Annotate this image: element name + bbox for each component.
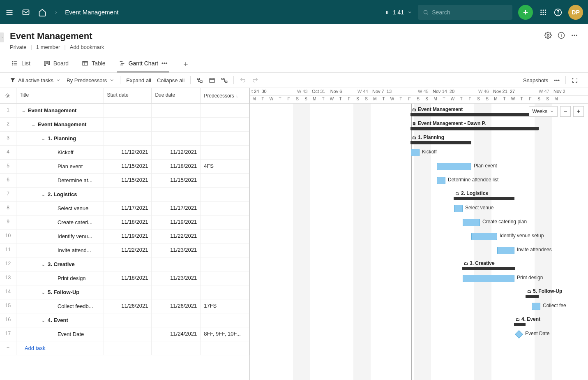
gantt-task-bar[interactable] bbox=[463, 219, 480, 226]
expand-sidebar-handle[interactable]: › bbox=[0, 32, 4, 42]
start-date-cell[interactable] bbox=[104, 285, 152, 299]
gantt-task-bar[interactable] bbox=[437, 177, 445, 184]
due-date-cell[interactable] bbox=[152, 118, 201, 131]
task-row[interactable]: 9Create cateri...11/18/202111/19/2021 bbox=[0, 215, 249, 229]
gantt-task-bar[interactable] bbox=[471, 233, 497, 240]
start-date-cell[interactable]: 11/17/2021 bbox=[104, 202, 152, 215]
predecessors-cell[interactable] bbox=[201, 104, 249, 117]
start-date-cell[interactable] bbox=[104, 313, 152, 327]
zoom-in-button[interactable]: + bbox=[573, 106, 584, 117]
filter-dropdown[interactable]: All active tasks bbox=[10, 77, 61, 83]
task-row[interactable]: 14⌄5. Follow-Up bbox=[0, 285, 249, 299]
info-icon[interactable] bbox=[558, 32, 565, 39]
col-pred[interactable]: Predecessors↓ bbox=[201, 88, 249, 103]
tab-list[interactable]: List bbox=[10, 56, 32, 72]
col-due[interactable]: Due date bbox=[152, 88, 201, 103]
task-row[interactable]: 3⌄1. Planning bbox=[0, 132, 249, 146]
gantt-summary-bar[interactable] bbox=[526, 295, 538, 298]
predecessors-cell[interactable] bbox=[201, 257, 249, 271]
start-date-cell[interactable] bbox=[104, 118, 152, 131]
grid-settings-icon[interactable] bbox=[0, 88, 16, 103]
task-title-cell[interactable]: ⌄2. Logistics bbox=[16, 188, 104, 201]
start-date-cell[interactable] bbox=[104, 188, 152, 201]
task-title-cell[interactable]: Determine at... bbox=[16, 174, 104, 187]
due-date-cell[interactable]: 11/23/2021 bbox=[152, 243, 201, 257]
tab-gantt[interactable]: Gantt Chart ••• bbox=[117, 56, 169, 72]
snapshots-button[interactable]: Snapshots bbox=[523, 77, 548, 83]
task-row[interactable]: 10Identify venu...11/19/202111/22/2021 bbox=[0, 229, 249, 243]
due-date-cell[interactable]: 11/12/2021 bbox=[152, 146, 201, 159]
due-date-cell[interactable] bbox=[152, 132, 201, 145]
predecessors-cell[interactable] bbox=[201, 215, 249, 229]
start-date-cell[interactable]: 11/26/2021 bbox=[104, 299, 152, 313]
task-row[interactable]: 6Determine at...11/15/202111/15/2021 bbox=[0, 174, 249, 188]
gantt-task-bar[interactable] bbox=[532, 303, 540, 310]
start-date-cell[interactable]: 11/15/2021 bbox=[104, 160, 152, 173]
task-row[interactable]: 12⌄3. Creative bbox=[0, 257, 249, 271]
start-date-cell[interactable]: 11/18/2021 bbox=[104, 215, 152, 229]
gantt-group-label[interactable]: 🗀2. Logistics bbox=[455, 190, 488, 196]
task-title-cell[interactable]: ⌄Event Management bbox=[16, 118, 104, 131]
gantt-task-bar[interactable] bbox=[411, 149, 420, 156]
task-title-cell[interactable]: Invite attend... bbox=[16, 243, 104, 257]
help-icon[interactable] bbox=[553, 8, 563, 17]
add-bookmark-link[interactable]: Add bookmark bbox=[70, 44, 104, 50]
task-title-cell[interactable]: Plan event bbox=[16, 160, 104, 173]
gantt-summary-bar[interactable] bbox=[411, 141, 471, 144]
task-row[interactable]: 13Print design11/18/202111/23/2021 bbox=[0, 271, 249, 285]
task-title-cell[interactable]: Event Date bbox=[16, 327, 104, 341]
predecessors-cell[interactable]: 8FF, 9FF, 10F... bbox=[201, 327, 249, 341]
task-title-cell[interactable]: ⌄5. Follow-Up bbox=[16, 285, 104, 299]
task-row[interactable]: 7⌄2. Logistics bbox=[0, 188, 249, 202]
due-date-cell[interactable]: 11/23/2021 bbox=[152, 271, 201, 285]
due-date-cell[interactable] bbox=[152, 104, 201, 117]
task-row[interactable]: 5Plan event11/15/202111/18/20214FS bbox=[0, 160, 249, 174]
chevron-down-icon[interactable]: ⌄ bbox=[41, 317, 46, 323]
chevron-down-icon[interactable]: ⌄ bbox=[41, 135, 46, 141]
predecessors-cell[interactable] bbox=[201, 202, 249, 215]
chevron-down-icon[interactable]: ⌄ bbox=[41, 191, 46, 197]
avatar[interactable]: DP bbox=[568, 5, 583, 20]
fullscreen-icon[interactable] bbox=[572, 77, 578, 83]
predecessors-cell[interactable] bbox=[201, 271, 249, 285]
start-date-cell[interactable] bbox=[104, 257, 152, 271]
task-row[interactable]: 17Event Date11/24/20218FF, 9FF, 10F... bbox=[0, 327, 249, 341]
calendar-icon[interactable] bbox=[209, 77, 215, 83]
task-title-cell[interactable]: Print design bbox=[16, 271, 104, 285]
add-subtask-icon[interactable] bbox=[196, 77, 203, 83]
start-date-cell[interactable]: 11/12/2021 bbox=[104, 146, 152, 159]
search-box[interactable] bbox=[418, 5, 512, 20]
settings-icon[interactable] bbox=[544, 32, 552, 39]
gantt-group-label[interactable]: 🗎Event Management • Dawn P. bbox=[412, 120, 486, 126]
gantt-group-label[interactable]: 🗀Event Management bbox=[412, 107, 463, 112]
start-date-cell[interactable] bbox=[104, 132, 152, 145]
tab-gantt-more-icon[interactable]: ••• bbox=[161, 60, 168, 67]
task-title-cell[interactable]: ⌄4. Event bbox=[16, 313, 104, 327]
task-title-cell[interactable]: ⌄Event Management bbox=[16, 104, 104, 117]
due-date-cell[interactable]: 11/24/2021 bbox=[152, 327, 201, 341]
predecessors-cell[interactable] bbox=[201, 132, 249, 145]
group-dropdown[interactable]: By Predecessors bbox=[67, 77, 114, 83]
page-visibility[interactable]: Private bbox=[10, 44, 26, 50]
gantt-task-bar[interactable] bbox=[463, 275, 514, 282]
task-row[interactable]: 15Collect feedb...11/26/202111/26/202117… bbox=[0, 299, 249, 313]
collapse-all-button[interactable]: Collapse all bbox=[157, 77, 184, 83]
due-date-cell[interactable]: 11/19/2021 bbox=[152, 215, 201, 229]
due-date-cell[interactable]: 11/26/2021 bbox=[152, 299, 201, 313]
predecessors-cell[interactable]: 4FS bbox=[201, 160, 249, 173]
start-date-cell[interactable]: 11/15/2021 bbox=[104, 174, 152, 187]
gantt-task-bar[interactable] bbox=[454, 205, 463, 212]
due-date-cell[interactable]: 11/17/2021 bbox=[152, 202, 201, 215]
tab-board[interactable]: Board bbox=[42, 56, 70, 72]
start-date-cell[interactable]: 11/18/2021 bbox=[104, 271, 152, 285]
task-title-cell[interactable]: Kickoff bbox=[16, 146, 104, 159]
more-icon[interactable] bbox=[571, 32, 578, 39]
due-date-cell[interactable] bbox=[152, 188, 201, 201]
add-task-row[interactable]: +Add task bbox=[0, 341, 249, 355]
predecessors-cell[interactable] bbox=[201, 243, 249, 257]
timer[interactable]: 1 41 bbox=[385, 9, 412, 16]
task-title-cell[interactable]: Select venue bbox=[16, 202, 104, 215]
task-title-cell[interactable]: Create cateri... bbox=[16, 215, 104, 229]
zoom-out-button[interactable]: − bbox=[560, 106, 571, 117]
gantt-group-label[interactable]: 🗀4. Event bbox=[516, 316, 540, 322]
